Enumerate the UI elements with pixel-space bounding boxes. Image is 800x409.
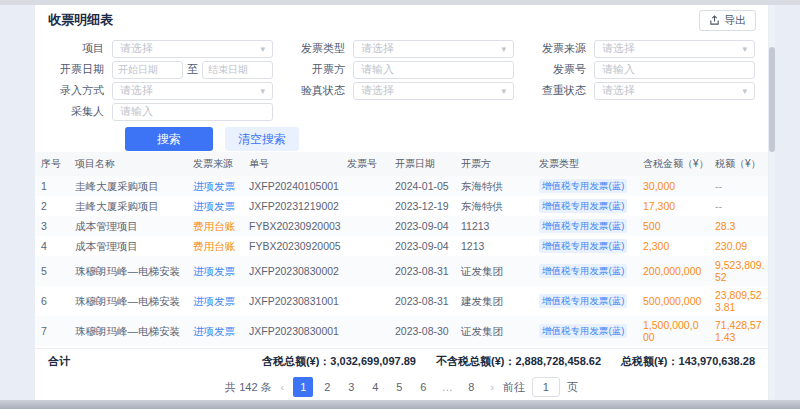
table-row[interactable]: 2圭峰大厦采购项目进项发票JXFP202312190022023-12-19东海… [35, 196, 768, 216]
page-button-3[interactable]: 3 [341, 377, 361, 397]
column-header-invoice_no: 发票号 [341, 152, 389, 176]
prev-page-icon[interactable]: ‹ [279, 381, 287, 393]
table-row[interactable]: 7珠穆朗玛峰—电梯安装进项发票JXFP202308300012023-08-30… [35, 316, 768, 346]
clear-search-button[interactable]: 清空搜索 [225, 127, 299, 151]
filter-project-label: 项目 [48, 41, 104, 56]
page-button-6[interactable]: 6 [413, 377, 433, 397]
export-button[interactable]: 导出 [699, 10, 756, 31]
cell-amount: 2,300 [637, 236, 709, 256]
column-header-seq: 序号 [35, 152, 69, 176]
source-select[interactable]: 请选择 ▾ [594, 40, 755, 58]
invoice-type-select[interactable]: 请选择 ▾ [353, 40, 514, 58]
cell-seq: 3 [35, 216, 69, 236]
table-row[interactable]: 4成本管理项目费用台账FYBX202309200052023-09-041213… [35, 236, 768, 256]
date-start-placeholder: 开始日期 [118, 63, 158, 77]
total-without-tax-label: 不含税总额(¥)： [436, 355, 515, 367]
cell-date: 2023-08-31 [389, 286, 455, 316]
page-button-1[interactable]: 1 [293, 377, 313, 397]
cell-source: 进项发票 [187, 286, 243, 316]
total-without-tax-value: 2,888,728,458.62 [515, 355, 601, 367]
cell-date: 2023-08-31 [389, 256, 455, 286]
cell-source: 进项发票 [187, 196, 243, 216]
invoice-type-badge: 增值税专用发票(蓝) [539, 219, 627, 233]
entry-mode-select-placeholder: 请选择 [120, 83, 153, 98]
cell-issuer: 建发集团 [455, 286, 533, 316]
date-end-input[interactable]: 结束日期 [202, 61, 273, 79]
total-tax-value: 143,970,638.28 [679, 355, 755, 367]
cell-invoice_no [341, 176, 389, 196]
table-row[interactable]: 3成本管理项目费用台账FYBX202309200032023-09-041121… [35, 216, 768, 236]
page-button-4[interactable]: 4 [365, 377, 385, 397]
cell-invoice_no [341, 216, 389, 236]
summary-row: 合计 含税总额(¥)：3,032,699,097.89 不含税总额(¥)：2,8… [35, 348, 768, 374]
chevron-down-icon: ▾ [742, 44, 747, 54]
cell-project: 圭峰大厦采购项目 [69, 196, 187, 216]
cell-date: 2023-09-04 [389, 236, 455, 256]
cell-date: 2024-01-05 [389, 176, 455, 196]
cell-tax: -- [709, 176, 768, 196]
page-button-5[interactable]: 5 [389, 377, 409, 397]
filter-dup-status: 查重状态 请选择 ▾ [530, 81, 755, 100]
table-header-row: 序号项目名称发票来源单号发票号开票日期开票方发票类型含税金额（¥）税额（¥）不含… [35, 152, 768, 176]
window-bottom-edge [0, 400, 800, 409]
dup-status-select[interactable]: 请选择 ▾ [594, 82, 755, 100]
verify-status-select[interactable]: 请选择 ▾ [353, 82, 514, 100]
cell-type: 增值税专用发票(蓝) [533, 236, 637, 256]
export-button-label: 导出 [724, 13, 746, 28]
date-start-input[interactable]: 开始日期 [112, 61, 183, 79]
collector-input[interactable]: 请输入 [112, 103, 273, 121]
cell-invoice_no [341, 316, 389, 346]
cell-project: 成本管理项目 [69, 236, 187, 256]
invoice-type-select-placeholder: 请选择 [361, 41, 394, 56]
chevron-down-icon: ▾ [260, 44, 265, 54]
search-button[interactable]: 搜索 [125, 127, 213, 151]
page-header: 收票明细表 导出 [35, 5, 768, 35]
cell-type: 增值税专用发票(蓝) [533, 176, 637, 196]
filter-dup-status-label: 查重状态 [530, 83, 586, 98]
cell-project: 圭峰大厦采购项目 [69, 176, 187, 196]
goto-page-input[interactable] [532, 377, 560, 397]
invoice-type-badge: 增值税专用发票(蓝) [539, 239, 627, 253]
invoice-table: 序号项目名称发票来源单号发票号开票日期开票方发票类型含税金额（¥）税额（¥）不含… [35, 152, 768, 348]
cell-source: 费用台账 [187, 236, 243, 256]
cell-type: 增值税专用发票(蓝) [533, 286, 637, 316]
invoice-type-badge: 增值税专用发票(蓝) [539, 199, 627, 213]
scrollbar-thumb[interactable] [769, 47, 775, 152]
cell-source: 进项发票 [187, 256, 243, 286]
filter-project: 项目 请选择 ▾ [48, 39, 273, 58]
filter-entry-mode-label: 录入方式 [48, 83, 104, 98]
filter-issuer: 开票方 请输入 [289, 60, 514, 79]
entry-mode-select[interactable]: 请选择 ▾ [112, 82, 273, 100]
pagination: 共 142 条 ‹ 123456…8 › 前往 页 [35, 374, 768, 400]
cell-invoice_no [341, 256, 389, 286]
page-ellipsis: … [437, 377, 457, 397]
cell-order: JXFP20230830002 [243, 256, 341, 286]
cell-amount: 200,000,000 [637, 256, 709, 286]
column-header-type: 发票类型 [533, 152, 637, 176]
table-row[interactable]: 6珠穆朗玛峰—电梯安装进项发票JXFP202308310012023-08-31… [35, 286, 768, 316]
table-row[interactable]: 1圭峰大厦采购项目进项发票JXFP202401050012024-01-05东海… [35, 176, 768, 196]
page-button-2[interactable]: 2 [317, 377, 337, 397]
source-select-placeholder: 请选择 [602, 41, 635, 56]
issuer-input[interactable]: 请输入 [353, 61, 514, 79]
table-row[interactable]: 5珠穆朗玛峰—电梯安装进项发票JXFP202308300022023-08-31… [35, 256, 768, 286]
project-select[interactable]: 请选择 ▾ [112, 40, 273, 58]
invoice-type-badge: 增值税专用发票(蓝) [539, 324, 627, 338]
cell-issuer: 东海特供 [455, 196, 533, 216]
cell-tax: 71,428,571.43 [709, 316, 768, 346]
issuer-input-placeholder: 请输入 [361, 62, 394, 77]
next-page-icon[interactable]: › [488, 381, 496, 393]
vertical-scrollbar[interactable] [769, 5, 775, 400]
filter-source-label: 发票来源 [530, 41, 586, 56]
filter-date-label: 开票日期 [48, 62, 104, 77]
filter-verify-status-label: 验真状态 [289, 83, 345, 98]
column-header-source: 发票来源 [187, 152, 243, 176]
export-icon [709, 15, 720, 26]
cell-project: 珠穆朗玛峰—电梯安装 [69, 286, 187, 316]
invoice-no-input[interactable]: 请输入 [594, 61, 755, 79]
cell-amount: 1,500,000,000 [637, 316, 709, 346]
cell-issuer: 证发集团 [455, 316, 533, 346]
page-button-8[interactable]: 8 [461, 377, 481, 397]
cell-amount: 500 [637, 216, 709, 236]
pagination-total: 共 142 条 [225, 380, 271, 395]
